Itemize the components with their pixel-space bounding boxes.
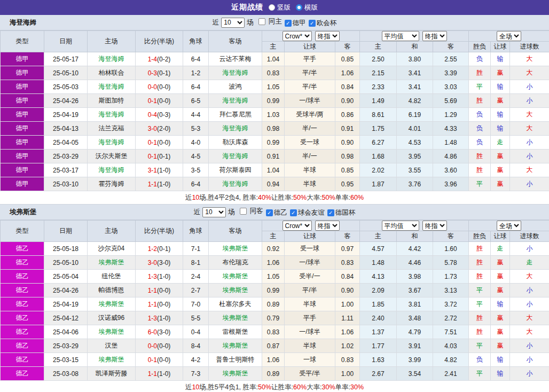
- handicap-line: 平/半: [285, 284, 335, 297]
- result-wdl: 平: [469, 339, 491, 353]
- match-date: 25-05-17: [44, 52, 88, 66]
- avg-home: 2.02: [360, 163, 397, 177]
- scope-select[interactable]: 全场: [497, 31, 521, 41]
- result-goals: 小: [510, 297, 549, 311]
- home-team: 海登海姆: [88, 108, 136, 122]
- halftime-score: (1-0): [157, 167, 170, 174]
- odds-home: 0.79: [262, 311, 285, 325]
- match-date: 25-05-03: [44, 80, 88, 94]
- league-badge: 德甲: [1, 163, 44, 177]
- result-wdl: 平: [469, 284, 491, 297]
- odds-select-group: Crow*终指: [262, 31, 360, 42]
- summary-segment: 50%: [293, 194, 307, 201]
- avg-away: 2.41: [433, 367, 469, 381]
- summary-segment: 10: [192, 194, 199, 201]
- result-goals: 小: [510, 136, 549, 150]
- subcol-avg-away: 客: [433, 42, 469, 52]
- filter-checkbox-label: 球会友谊: [298, 208, 325, 217]
- radio-icon-horizontal[interactable]: [296, 4, 302, 11]
- avg-away: 4.86: [433, 150, 469, 163]
- scope-select[interactable]: 全场: [497, 221, 521, 231]
- result-handicap: 输: [491, 52, 510, 66]
- avg-away: 7.51: [433, 325, 469, 339]
- avg-away: 1.73: [433, 270, 469, 284]
- away-team: 普鲁士明斯特: [209, 353, 262, 367]
- title-bar: 近期战绩 竖版 横版: [0, 0, 549, 15]
- avg-final-select[interactable]: 终指: [422, 31, 447, 41]
- col-header-date: 日期: [44, 221, 88, 242]
- summary-segment: 60%: [293, 383, 307, 391]
- avg-final-select[interactable]: 终指: [422, 221, 447, 231]
- odds-away: 0.91: [335, 122, 360, 136]
- filter-checkbox-item: 同主: [258, 17, 282, 26]
- checkbox-checked-icon[interactable]: ✓: [266, 209, 273, 216]
- score-cell: 1-3(1-0): [136, 270, 183, 284]
- checkbox-unchecked-icon[interactable]: [258, 18, 265, 25]
- summary-segment: 场,胜4平2负4, 胜率:: [199, 193, 258, 202]
- match-date: 25-04-05: [44, 136, 88, 150]
- col-header-corner: 角球: [183, 221, 209, 242]
- score-cell: 3-0(3-0): [136, 256, 183, 270]
- handicap-line: 平/半: [285, 80, 335, 94]
- checkbox-checked-icon[interactable]: ✓: [290, 209, 297, 216]
- avg-home: 2.40: [360, 311, 397, 325]
- odds-company-select[interactable]: Crow*: [283, 221, 312, 231]
- layout-option-vertical[interactable]: 竖版: [269, 3, 291, 12]
- result-handicap: 赢: [491, 66, 510, 80]
- avg-home: 4.13: [360, 270, 397, 284]
- corner-score: 6-4: [183, 177, 209, 191]
- match-row: 德乙25-05-10埃弗斯堡3-0(3-0)8-1布伦瑞克1.06一/球半0.8…: [1, 256, 549, 270]
- fulltime-score: 0-1: [148, 356, 157, 364]
- odds-final-select[interactable]: 终指: [315, 221, 340, 231]
- odds-home: 0.99: [262, 284, 285, 297]
- odds-away: 1.11: [335, 311, 360, 325]
- odds-home: 1.03: [262, 108, 285, 122]
- filter-checkbox-item: 同客: [240, 207, 263, 216]
- avg-home: 2.09: [360, 284, 397, 297]
- halftime-score: (3-0): [157, 259, 170, 266]
- away-team: 拜仁慕尼黑: [209, 108, 262, 122]
- avg-select[interactable]: 平均值: [382, 221, 419, 231]
- halftime-score: (0-0): [157, 139, 170, 146]
- checkbox-unchecked-icon[interactable]: [240, 208, 247, 215]
- subcol-asian: 让球: [491, 231, 510, 242]
- handicap-line: 半球: [285, 163, 335, 177]
- away-team: 海登海姆: [209, 177, 262, 191]
- corner-score: 2-7: [183, 284, 209, 297]
- avg-draw: 3.41: [397, 80, 433, 94]
- fulltime-score: 0-3: [148, 69, 157, 77]
- radio-icon-vertical[interactable]: [269, 4, 275, 11]
- summary-segment: 场,胜5平4负1, 胜率:: [199, 383, 258, 392]
- league-badge: 德甲: [1, 52, 44, 66]
- subcol-result: 胜负: [469, 42, 491, 52]
- result-wdl: 胜: [469, 242, 491, 256]
- result-handicap: 赢: [491, 150, 510, 163]
- layout-option-horizontal[interactable]: 横版: [296, 3, 318, 12]
- scope-select-group: 全场: [469, 221, 549, 231]
- odds-final-select[interactable]: 终指: [315, 31, 340, 41]
- checkbox-checked-icon[interactable]: ✓: [327, 209, 334, 216]
- scope-select-group: 全场: [469, 31, 549, 42]
- match-count-select[interactable]: 10: [221, 18, 245, 28]
- result-handicap: 走: [491, 136, 510, 150]
- away-team: 云达不莱梅: [209, 52, 262, 66]
- result-goals: 小: [510, 80, 549, 94]
- filter-checkbox-item: ✓德甲: [285, 19, 306, 28]
- match-row: 德甲25-05-10柏林联合0-3(0-1)1-2海登海姆0.83平/半1.06…: [1, 66, 549, 80]
- checkbox-checked-icon[interactable]: ✓: [285, 20, 292, 27]
- fulltime-score: 1-4: [148, 56, 157, 63]
- subcol-avg-draw: 和: [397, 231, 433, 242]
- col-header-home: 主场: [88, 31, 136, 52]
- match-count-select[interactable]: 10: [202, 207, 226, 217]
- avg-home: 1.37: [360, 325, 397, 339]
- summary-segment: 40%: [258, 194, 271, 201]
- odds-home: 0.98: [262, 122, 285, 136]
- result-goals: 小: [510, 353, 549, 367]
- avg-draw: 3.76: [397, 177, 433, 191]
- avg-select[interactable]: 平均值: [382, 31, 419, 41]
- checkbox-checked-icon[interactable]: ✓: [309, 20, 316, 27]
- score-cell: 1-1(1-0): [136, 367, 183, 381]
- score-cell: 0-1(0-0): [136, 136, 183, 150]
- odds-company-select[interactable]: Crow*: [283, 31, 312, 41]
- corner-score: 1-2: [183, 66, 209, 80]
